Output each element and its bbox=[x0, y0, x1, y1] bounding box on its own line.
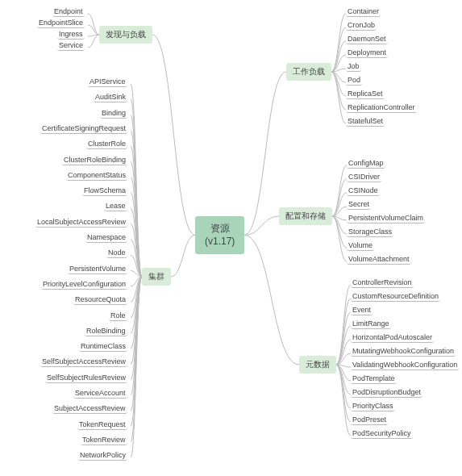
leaf-item: PriorityClass bbox=[351, 401, 395, 411]
leaf-item: HorizontalPodAutoscaler bbox=[351, 332, 434, 343]
root-title: 资源 bbox=[205, 223, 235, 236]
leaf-item: Container bbox=[346, 6, 381, 17]
leaf-item: Secret bbox=[347, 199, 371, 210]
leaf-item: SubjectAccessReview bbox=[52, 403, 127, 414]
leaf-item: Service bbox=[57, 40, 85, 51]
leaf-item: PersistentVolume bbox=[68, 264, 127, 274]
leaf-item: CustomResourceDefinition bbox=[351, 291, 440, 302]
leaf-item: FlowSchema bbox=[82, 186, 127, 196]
leaf-item: ValidatingWebhookConfiguration bbox=[351, 360, 459, 370]
leaf-item: PodDisruptionBudget bbox=[351, 387, 422, 398]
leaf-item: Endpoint bbox=[52, 6, 85, 17]
leaf-item: ResourceQuota bbox=[73, 294, 127, 305]
leaf-item: ClusterRoleBinding bbox=[62, 155, 127, 165]
root-node: 资源 (v1.17) bbox=[195, 216, 244, 254]
leaf-item: VolumeAttachment bbox=[347, 254, 411, 265]
leaf-item: ComponentStatus bbox=[66, 170, 127, 181]
leaf-item: PodPreset bbox=[351, 415, 388, 425]
leaf-item: StatefulSet bbox=[346, 116, 385, 127]
leaf-item: LocalSubjectAccessReview bbox=[35, 217, 127, 228]
leaf-item: LimitRange bbox=[351, 319, 391, 329]
leaf-item: CertificateSigningRequest bbox=[40, 123, 127, 134]
leaf-item: Namespace bbox=[85, 232, 127, 243]
branch-discovery: 发现与负载 bbox=[99, 26, 152, 44]
leaf-item: SelfSubjectAccessReview bbox=[40, 357, 127, 367]
branch-config: 配置和存储 bbox=[279, 207, 332, 225]
leaf-item: APIService bbox=[88, 77, 127, 87]
branch-cluster: 集群 bbox=[142, 268, 171, 286]
leaf-item: Volume bbox=[347, 240, 374, 251]
leaf-item: TokenRequest bbox=[77, 420, 127, 430]
leaf-item: Role bbox=[109, 311, 127, 321]
leaf-item: ControllerRevision bbox=[351, 278, 414, 288]
leaf-item: CSIDriver bbox=[347, 172, 381, 182]
leaf-item: PriorityLevelConfiguration bbox=[41, 279, 127, 290]
leaf-item: Job bbox=[346, 61, 361, 72]
leaf-item: PersistentVolumeClaim bbox=[347, 213, 425, 223]
leaf-item: CSINode bbox=[347, 186, 380, 196]
leaf-item: PodTemplate bbox=[351, 374, 397, 384]
leaf-item: RoleBinding bbox=[85, 326, 127, 336]
leaf-item: DaemonSet bbox=[346, 34, 388, 44]
leaf-item: ClusterRole bbox=[86, 139, 127, 149]
leaf-item: RuntimeClass bbox=[79, 341, 127, 352]
leaf-item: TokenReview bbox=[81, 435, 127, 445]
leaf-item: Binding bbox=[100, 108, 127, 119]
branch-workload: 工作负载 bbox=[286, 63, 331, 81]
leaf-item: ReplicaSet bbox=[346, 89, 385, 99]
leaf-item: NetworkPolicy bbox=[78, 450, 127, 461]
leaf-item: EndpointSlice bbox=[37, 18, 85, 28]
root-version: (v1.17) bbox=[205, 236, 235, 248]
leaf-item: CronJob bbox=[346, 20, 377, 31]
leaf-item: SelfSubjectRulesReview bbox=[45, 373, 127, 383]
leaf-item: ConfigMap bbox=[347, 158, 385, 169]
leaf-item: Event bbox=[351, 305, 373, 315]
branch-metadata: 元数据 bbox=[299, 356, 336, 374]
leaf-item: Deployment bbox=[346, 48, 388, 58]
leaf-item: Pod bbox=[346, 75, 362, 86]
leaf-item: ServiceAccount bbox=[73, 388, 127, 399]
leaf-item: StorageClass bbox=[347, 227, 393, 237]
leaf-item: ReplicationController bbox=[346, 102, 417, 113]
leaf-item: AuditSink bbox=[94, 92, 127, 102]
leaf-item: Ingress bbox=[57, 29, 85, 40]
leaf-item: Node bbox=[106, 248, 127, 258]
leaf-item: PodSecurityPolicy bbox=[351, 428, 413, 439]
leaf-item: Lease bbox=[104, 201, 127, 211]
leaf-item: MutatingWebhookConfiguration bbox=[351, 346, 456, 357]
